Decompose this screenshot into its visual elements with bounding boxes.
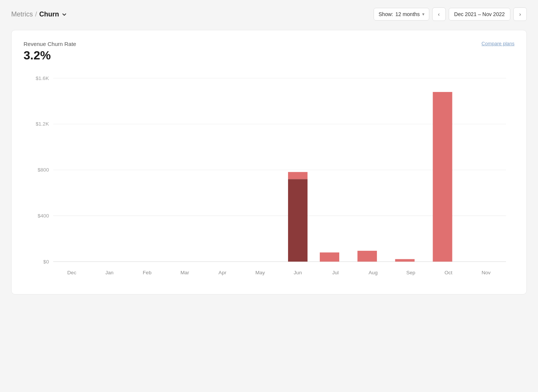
card-header: Revenue Churn Rate Compare plans [24, 41, 514, 47]
y-label-1200: $1.2K [35, 121, 49, 127]
period-chevron-icon: ▾ [422, 12, 424, 17]
bar-aug-light[interactable] [358, 251, 377, 262]
card-title: Revenue Churn Rate [24, 41, 76, 47]
period-value: 12 months [395, 11, 420, 17]
y-label-400: $400 [38, 213, 49, 219]
y-label-0: $0 [43, 259, 49, 265]
bar-oct-light[interactable] [433, 92, 452, 262]
bar-sep-light[interactable] [395, 259, 415, 262]
y-label-1600: $1.6K [35, 75, 49, 81]
page-header: Metrics / Churn Show: 12 months ▾ ‹ Dec … [11, 7, 527, 21]
x-label-jan: Jan [105, 270, 114, 275]
x-label-apr: Apr [219, 270, 227, 275]
bar-chart: $1.6K $1.2K $800 $400 $0 Dec Jan Feb Mar [24, 70, 514, 287]
churn-dropdown-icon[interactable] [61, 12, 67, 18]
x-label-jul: Jul [332, 270, 338, 275]
bar-jun-light[interactable] [288, 172, 307, 179]
revenue-churn-card: Revenue Churn Rate Compare plans 3.2% $1… [11, 30, 527, 294]
compare-plans-link[interactable]: Compare plans [482, 41, 514, 46]
controls-row: Show: 12 months ▾ ‹ Dec 2021 – Nov 2022 … [374, 7, 527, 21]
x-label-mar: Mar [180, 270, 189, 275]
bar-jul-light[interactable] [320, 253, 339, 262]
chart-container: $1.6K $1.2K $800 $400 $0 Dec Jan Feb Mar [24, 70, 514, 287]
breadcrumb-current[interactable]: Churn [39, 10, 67, 18]
show-period-select[interactable]: Show: 12 months ▾ [374, 8, 429, 21]
x-label-nov: Nov [482, 270, 491, 275]
churn-rate-value: 3.2% [24, 49, 514, 62]
x-label-aug: Aug [369, 270, 378, 275]
date-range-display: Dec 2021 – Nov 2022 [449, 8, 510, 21]
breadcrumb-parent[interactable]: Metrics [11, 10, 33, 18]
x-label-dec: Dec [67, 270, 76, 275]
breadcrumb: Metrics / Churn [11, 10, 67, 18]
prev-period-button[interactable]: ‹ [432, 7, 446, 21]
x-label-jun: Jun [294, 270, 302, 275]
x-label-feb: Feb [143, 270, 151, 275]
show-label: Show: [378, 11, 393, 17]
x-label-oct: Oct [445, 270, 452, 275]
x-label-may: May [255, 270, 265, 275]
x-label-sep: Sep [406, 270, 415, 275]
bar-jun-dark[interactable] [288, 179, 307, 262]
breadcrumb-separator: / [35, 10, 37, 18]
y-label-800: $800 [38, 167, 49, 173]
next-period-button[interactable]: › [513, 7, 527, 21]
